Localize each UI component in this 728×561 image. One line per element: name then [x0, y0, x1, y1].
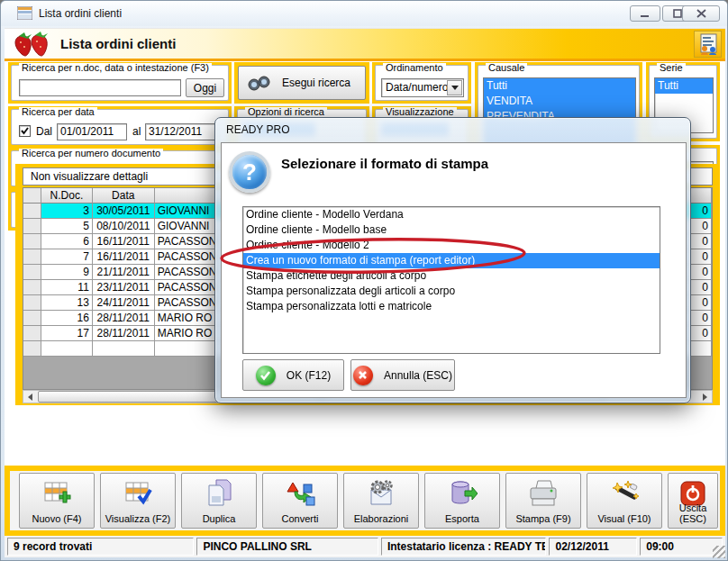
annulla-button[interactable]: Annulla (ESC): [350, 359, 455, 391]
magic-wand-icon: [587, 477, 661, 510]
ok-button[interactable]: OK (F12): [242, 359, 344, 391]
nuovo-button[interactable]: Nuovo (F4): [19, 473, 95, 529]
status-company: PINCO PALLINO SRL: [196, 538, 378, 556]
uscita-button[interactable]: Uscita (ESC): [668, 473, 718, 529]
ok-check-icon: [256, 366, 276, 385]
list-item[interactable]: Tutti: [655, 78, 713, 94]
elaborazioni-button[interactable]: Elaborazioni: [343, 473, 419, 529]
chevron-down-icon[interactable]: [447, 80, 462, 95]
list-item[interactable]: Tutti: [484, 78, 635, 94]
dal-label: Dal: [36, 125, 52, 138]
question-icon: ?: [229, 151, 270, 193]
ordinamento-value: Data/numero: [386, 81, 448, 94]
check-icon: [20, 126, 30, 136]
status-date: 02/12/2011: [549, 538, 637, 556]
al-label: al: [132, 125, 141, 138]
search-ndoc-input[interactable]: [19, 79, 181, 96]
esegui-ricerca-button[interactable]: Esegui ricerca: [238, 66, 366, 100]
close-button[interactable]: [682, 5, 720, 22]
list-item[interactable]: Ordine cliente - Modello base: [243, 222, 660, 238]
search-numdoc-label: Ricerca per numero documento: [19, 149, 163, 158]
today-button[interactable]: Oggi: [186, 78, 224, 97]
converti-button[interactable]: Converti: [262, 473, 338, 529]
visualizzazione-label: Visualizzazione: [383, 107, 457, 117]
title-bar: Lista ordini clienti: [1, 1, 728, 26]
cancel-x-icon: [353, 366, 373, 385]
minimize-button[interactable]: [630, 5, 660, 22]
header-data[interactable]: Data: [93, 188, 155, 204]
ordinamento-label: Ordinamento: [383, 63, 446, 73]
process-gears-icon: [344, 477, 418, 510]
printer-icon: [506, 477, 580, 510]
visual-button[interactable]: Visual (F10): [587, 473, 662, 529]
serie-label: Serie: [657, 63, 686, 73]
panel-search-ndoc: Ricerca per n.doc, data o intestazione (…: [8, 62, 232, 104]
list-item[interactable]: Ordine cliente - Modello Verdana: [243, 207, 660, 222]
data-checkbox[interactable]: [19, 125, 31, 137]
esporta-button[interactable]: Esporta: [424, 473, 500, 529]
app-header: Lista ordini clienti: [5, 28, 725, 59]
list-item[interactable]: Ordine cliente - Modello 2: [243, 238, 660, 253]
panel-ordinamento: Ordinamento Data/numero: [372, 62, 471, 104]
data-al-input[interactable]: 31/12/2011: [145, 123, 217, 140]
data-dal-input[interactable]: 01/01/2011: [57, 123, 127, 140]
status-time: 09:00: [640, 538, 723, 556]
list-item[interactable]: Stampa personalizzata degli articoli a c…: [243, 284, 660, 299]
status-license: Intestatario licenza : READY TECN: [381, 538, 547, 556]
resize-grip[interactable]: [713, 546, 725, 558]
view-grid-icon: [101, 477, 175, 510]
opzioni-label: Opzioni di ricerca: [245, 107, 327, 117]
search-ndoc-label: Ricerca per n.doc, data o intestazione (…: [19, 63, 212, 73]
dialog-heading: Selezionare il formato di stampa: [281, 156, 488, 171]
scroll-left-button[interactable]: [23, 391, 37, 403]
print-format-list: Ordine cliente - Modello Verdana Ordine …: [242, 206, 660, 354]
panel-esegui: Esegui ricerca: [234, 62, 369, 104]
page-title: Lista ordini clienti: [60, 36, 176, 51]
export-database-icon: [425, 477, 499, 510]
strawberry-icon: [12, 30, 53, 59]
search-data-label: Ricerca per data: [19, 107, 97, 117]
new-grid-icon: [20, 477, 94, 510]
status-bar: 9 record trovati PINCO PALLINO SRL Intes…: [5, 536, 725, 557]
app-window: Lista ordini clienti Lista ordini client…: [0, 0, 728, 561]
dialog-title: READY PRO: [226, 123, 289, 136]
status-records: 9 record trovati: [7, 538, 194, 556]
ordinamento-select[interactable]: Data/numero: [381, 78, 464, 97]
list-item-selected[interactable]: Crea un nuovo formato di stampa (report …: [243, 253, 660, 268]
esegui-ricerca-label: Esegui ricerca: [282, 77, 350, 89]
binoculars-icon: [248, 75, 271, 91]
customers-report-icon[interactable]: [694, 31, 722, 58]
list-item[interactable]: Stampa personalizzata lotti e matricole: [243, 299, 660, 314]
window-title: Lista ordini clienti: [39, 7, 122, 20]
header-rowselector: [23, 188, 41, 204]
header-ndoc[interactable]: N.Doc.: [41, 188, 93, 204]
toolbar: Nuovo (F4) Visualizza (F2): [5, 466, 725, 536]
convert-icon: [263, 477, 337, 510]
panel-search-data: Ricerca per data Dal 01/01/2011 al 31/12…: [8, 106, 232, 148]
causale-label: Causale: [486, 63, 527, 73]
duplica-button[interactable]: Duplica: [181, 473, 257, 529]
visualizza-button[interactable]: Visualizza (F2): [100, 473, 176, 529]
scroll-right-button[interactable]: [698, 391, 712, 403]
app-icon: [17, 6, 32, 20]
list-item[interactable]: Stampa etichette degli articoli a corpo: [243, 268, 660, 284]
print-format-dialog: READY PRO ? Selezionare il formato di st…: [214, 117, 691, 403]
duplicate-icon: [182, 477, 256, 510]
stampa-button[interactable]: Stampa (F9): [505, 473, 581, 529]
list-item[interactable]: VENDITA: [484, 94, 635, 109]
